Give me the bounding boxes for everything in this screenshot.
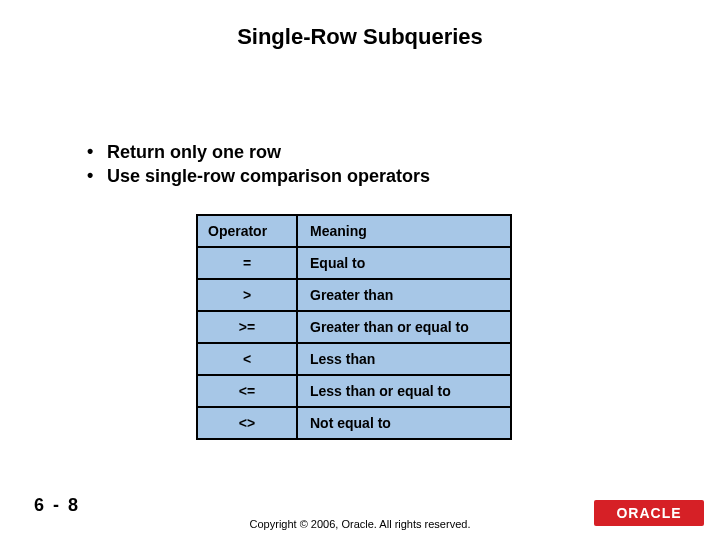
slide: Single-Row Subqueries Return only one ro… [0, 0, 720, 540]
table-row: < Less than [197, 343, 511, 375]
cell-operator: > [197, 279, 297, 311]
slide-title: Single-Row Subqueries [0, 24, 720, 50]
header-operator: Operator [197, 215, 297, 247]
cell-operator: < [197, 343, 297, 375]
bullet-list: Return only one row Use single-row compa… [85, 140, 430, 189]
header-meaning: Meaning [297, 215, 511, 247]
table-header-row: Operator Meaning [197, 215, 511, 247]
cell-meaning: Not equal to [297, 407, 511, 439]
table-row: = Equal to [197, 247, 511, 279]
cell-operator: >= [197, 311, 297, 343]
cell-meaning: Greater than [297, 279, 511, 311]
cell-meaning: Greater than or equal to [297, 311, 511, 343]
cell-meaning: Equal to [297, 247, 511, 279]
operator-table: Operator Meaning = Equal to > Greater th… [196, 214, 512, 440]
table-row: <> Not equal to [197, 407, 511, 439]
cell-operator: = [197, 247, 297, 279]
bullet-item: Return only one row [85, 140, 430, 164]
table-row: <= Less than or equal to [197, 375, 511, 407]
oracle-logo: ORACLE [594, 500, 704, 526]
page-number: 6 - 8 [34, 495, 80, 516]
cell-meaning: Less than [297, 343, 511, 375]
oracle-logo-text: ORACLE [616, 505, 681, 521]
cell-operator: <= [197, 375, 297, 407]
slide-footer: 6 - 8 Copyright © 2006, Oracle. All righ… [0, 504, 720, 540]
table-row: >= Greater than or equal to [197, 311, 511, 343]
bullet-item: Use single-row comparison operators [85, 164, 430, 188]
table-row: > Greater than [197, 279, 511, 311]
cell-meaning: Less than or equal to [297, 375, 511, 407]
cell-operator: <> [197, 407, 297, 439]
